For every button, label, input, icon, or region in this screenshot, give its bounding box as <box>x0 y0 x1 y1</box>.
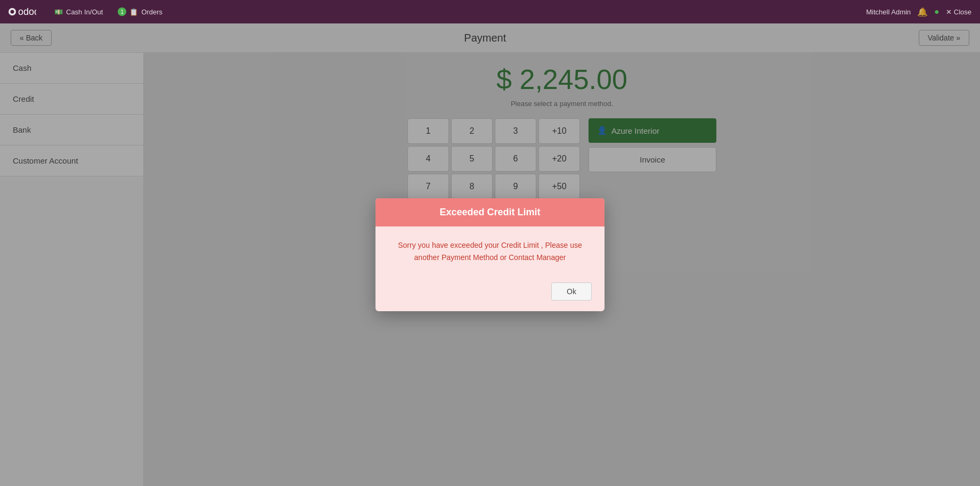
modal-message: Sorry you have exceeded your Credit Limi… <box>388 239 592 263</box>
nav-orders-label: Orders <box>141 8 162 16</box>
logo: odoo <box>9 4 36 19</box>
nav-cash-in-out[interactable]: 💵 Cash In/Out <box>49 6 108 18</box>
close-label: Close <box>954 8 971 16</box>
modal-footer: Ok <box>375 276 605 311</box>
topbar: odoo 💵 Cash In/Out 1 📋 Orders Mitchell A… <box>0 0 980 23</box>
orders-icon: 📋 <box>129 8 138 16</box>
cash-icon: 💵 <box>54 8 63 16</box>
svg-point-1 <box>11 10 14 14</box>
nav-cash-label: Cash In/Out <box>66 8 103 16</box>
status-icon: ● <box>934 7 940 17</box>
modal-title: Exceeded Credit Limit <box>439 207 540 217</box>
close-button[interactable]: ✕ Close <box>946 8 971 16</box>
topbar-right: Mitchell Admin 🔔 ● ✕ Close <box>866 7 971 17</box>
user-name: Mitchell Admin <box>866 8 911 16</box>
modal-body: Sorry you have exceeded your Credit Limi… <box>375 226 605 276</box>
svg-text:odoo: odoo <box>18 6 36 17</box>
nav-orders[interactable]: 1 📋 Orders <box>112 5 168 18</box>
main-area: « Back Payment Validate » Cash Credit Ba… <box>0 23 980 486</box>
user-icon: 🔔 <box>917 7 928 17</box>
topbar-nav: 💵 Cash In/Out 1 📋 Orders <box>49 5 866 18</box>
nav-badge: 1 <box>118 7 126 16</box>
modal-overlay: Exceeded Credit Limit Sorry you have exc… <box>0 23 980 486</box>
close-icon: ✕ <box>946 8 952 16</box>
modal-header: Exceeded Credit Limit <box>375 198 605 226</box>
exceeded-credit-dialog: Exceeded Credit Limit Sorry you have exc… <box>375 198 605 311</box>
ok-button[interactable]: Ok <box>551 282 592 301</box>
